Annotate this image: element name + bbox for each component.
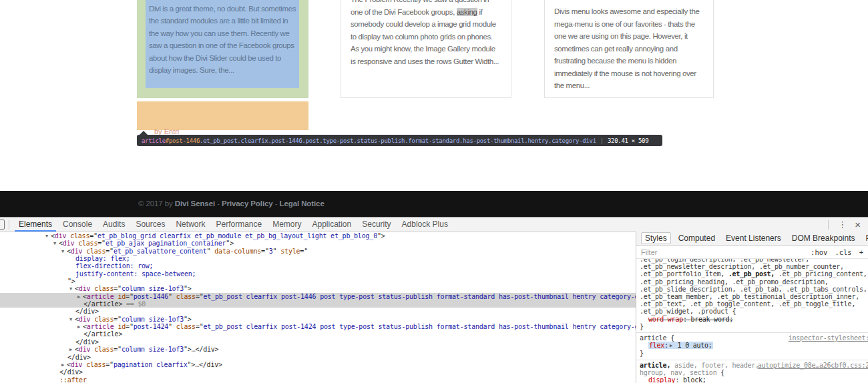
toggle-class-button[interactable]: .cls (835, 248, 851, 256)
search-match-highlight: asking (457, 8, 477, 16)
expand-shorthand-icon: ▶ (670, 343, 672, 348)
css-rule-line[interactable]: flex:▶ 1 0 auto; (640, 342, 865, 350)
dom-tree-line[interactable]: ▶<article id="post-1424" class="et_pb_po… (0, 323, 636, 330)
css-rule-line[interactable]: inspector-stylesheet:article { (640, 334, 865, 342)
expand-arrow-icon: ▼ (59, 248, 67, 256)
privacy-policy-link[interactable]: Privacy Policy (222, 200, 273, 208)
inspect-overlay-margin (137, 101, 308, 130)
more-options-icon[interactable]: ⋮ (833, 220, 852, 230)
styles-filter-row: Filter :hov .cls + (636, 246, 868, 259)
device-toolbar-icon[interactable] (0, 220, 5, 230)
dom-tree-line[interactable]: "> (0, 278, 636, 285)
devtools-tab-list: ElementsConsoleAuditsSourcesNetworkPerfo… (13, 218, 453, 232)
styles-filter-input[interactable]: Filter (641, 248, 657, 256)
close-devtools-icon[interactable]: × (852, 219, 863, 230)
sidebar-tab-properties[interactable]: Properties (862, 233, 868, 244)
footer-copyright: © 2017 by (138, 200, 175, 208)
devtools-body: ▼<div class="et_pb_blog_grid clearfix et… (0, 232, 868, 383)
tab-audits[interactable]: Audits (97, 218, 130, 232)
tooltip-dimensions: 320.41 × 509 (608, 137, 648, 144)
css-rule: .et_pb_login_description, .et_pb_newslet… (636, 259, 868, 332)
footer-separator: - (273, 200, 280, 208)
devtools-tabbar-controls: ⋮ × (824, 219, 868, 230)
css-rule-line[interactable]: hgroup, nav, section { (640, 369, 865, 376)
css-rule-line[interactable]: display: block; (640, 376, 865, 383)
css-rule: autoptimize_08e…a26cbf0.css:2article, as… (636, 360, 868, 383)
expand-arrow-icon: ▶ (75, 324, 83, 331)
new-style-rule-button[interactable]: + (859, 248, 863, 256)
expand-arrow-icon: ▼ (67, 316, 75, 324)
tooltip-separator: | (600, 137, 604, 144)
sidebar-tab-event-listeners[interactable]: Event Listeners (722, 233, 785, 244)
expand-arrow-icon: ▼ (67, 286, 75, 293)
post-excerpt-3: Divis menu looks awesome and especially … (545, 5, 713, 92)
post-excerpt-2: The Problem Recently we saw a question i… (341, 0, 511, 67)
separator (828, 220, 829, 230)
site-footer: © 2017 by Divi Sensei - Privacy Policy -… (0, 191, 868, 217)
expand-arrow-icon: ▶ (75, 294, 83, 301)
styles-toolbar-buttons: :hov .cls + (811, 248, 863, 256)
tab-console[interactable]: Console (57, 218, 97, 232)
tab-sources[interactable]: Sources (130, 218, 170, 232)
css-rule-line[interactable]: .et_pb_newsletter_description, .et_pb_nu… (640, 263, 865, 270)
dom-tree-line[interactable]: ▼<div class="et_pb_salvattore_content" d… (0, 248, 636, 255)
dom-tree-line[interactable]: </div> (0, 368, 636, 376)
dom-tree-line[interactable]: justify-content: space-between; (0, 270, 636, 278)
devtools-panel: ElementsConsoleAuditsSourcesNetworkPerfo… (0, 217, 868, 383)
excerpt-text: if somebody could develop a image grid m… (351, 8, 499, 65)
tab-security[interactable]: Security (357, 218, 396, 232)
css-rule-line[interactable]: .et_pb_widget, .product { (640, 308, 865, 315)
css-rule-line[interactable]: word-wrap: break-word; (640, 316, 865, 323)
tab-application[interactable]: Application (307, 218, 357, 232)
legal-notice-link[interactable]: Legal Notice (280, 200, 324, 208)
sidebar-tab-dom-breakpoints[interactable]: DOM Breakpoints (789, 233, 859, 244)
dom-tree-line[interactable]: flex-direction: row; (0, 262, 636, 270)
css-rule-line[interactable]: } (640, 350, 865, 357)
dom-tree-line[interactable]: </div> (0, 338, 636, 346)
dom-tree-line[interactable]: </div> (0, 354, 636, 361)
stylesheet-source-link[interactable]: inspector-stylesheet: (789, 334, 868, 342)
dom-tree-line[interactable]: display: flex; (0, 255, 636, 262)
css-rule-line[interactable]: .et_pb_portfolio_item, .et_pb_post, .et_… (640, 270, 865, 278)
dom-tree-line[interactable]: ::after (0, 376, 636, 383)
css-rule-line[interactable]: .et_pb_team_member, .et_pb_testimonial_d… (640, 293, 865, 300)
css-rule: inspector-stylesheet:article {flex:▶ 1 0… (636, 332, 868, 360)
css-rules-list: .et_pb_login_description, .et_pb_newslet… (636, 259, 868, 383)
dom-tree-line[interactable]: ▼<div class="et_pb_ajax_pagination_conta… (0, 240, 636, 247)
browser-viewport: Divi is a great theme, no doubt. But som… (0, 0, 868, 217)
footer-brand: Divi Sensei (175, 200, 215, 208)
inspect-overlay-content: Divi is a great theme, no doubt. But som… (146, 0, 299, 88)
devtools-tabbar: ElementsConsoleAuditsSourcesNetworkPerfo… (0, 218, 868, 232)
css-rule-line[interactable]: .et_pb_slide_description, .et_pb_tab, .e… (640, 286, 865, 293)
tab-adblock-plus[interactable]: Adblock Plus (397, 218, 453, 232)
dom-tree-line[interactable]: </article> == $0 (0, 300, 636, 308)
tab-performance[interactable]: Performance (210, 218, 267, 232)
toggle-hover-state-button[interactable]: :hov (811, 248, 827, 256)
dom-tree-line[interactable]: ▶<div class="column size-1of3">…</div> (0, 346, 636, 353)
tooltip-tag-name: article (142, 137, 166, 144)
dom-tree-line[interactable]: ▼<div class="column size-1of3"> (0, 316, 636, 323)
footer-separator: - (215, 200, 222, 208)
inspect-overlay-padding: Divi is a great theme, no doubt. But som… (137, 0, 308, 98)
tab-network[interactable]: Network (170, 218, 210, 232)
inspect-tooltip: article#post-1446.et_pb_post.clearfix.po… (137, 135, 662, 146)
css-rule-line[interactable]: .et_pb_text, .et_pb_toggle_content, .et_… (640, 300, 865, 308)
tab-elements[interactable]: Elements (13, 218, 57, 232)
dom-tree-line[interactable]: ▼<div class="column size-1of3"> (0, 285, 636, 292)
tab-memory[interactable]: Memory (267, 218, 306, 232)
dom-tree-line[interactable]: ▶<div class="pagination clearfix">…</div… (0, 361, 636, 368)
css-rule-line[interactable]: } (640, 323, 865, 330)
dom-tree-line[interactable]: </div> (0, 308, 636, 315)
css-rule-line[interactable]: autoptimize_08e…a26cbf0.css:2article, as… (640, 362, 865, 369)
dom-tree-line[interactable]: </article> (0, 330, 636, 338)
stylesheet-source-link[interactable]: autoptimize_08e…a26cbf0.css:2 (758, 362, 868, 369)
sidebar-tab-computed[interactable]: Computed (675, 233, 718, 244)
separator (9, 220, 9, 230)
dom-tree-line[interactable]: ▼<div class="et_pb_blog_grid clearfix et… (0, 232, 636, 240)
dom-tree-line[interactable]: ▶<article id="post-1446" class="et_pb_po… (0, 293, 636, 300)
sidebar-tab-styles[interactable]: Styles (641, 232, 671, 244)
styles-sidebar: StylesComputedEvent ListenersDOM Breakpo… (636, 232, 868, 383)
expand-arrow-icon: ▼ (51, 240, 59, 248)
post-excerpt-1: Divi is a great theme, no doubt. But som… (146, 0, 299, 76)
css-rule-line[interactable]: .et_pb_pricing_heading, .et_pb_promo_des… (640, 278, 865, 286)
